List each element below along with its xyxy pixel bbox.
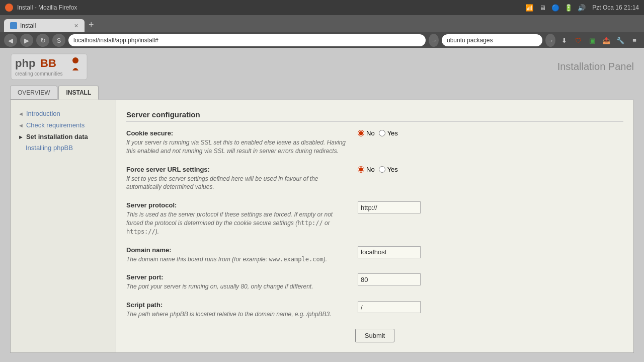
form-row-domain-name: Domain name: The domain name this board … bbox=[126, 246, 623, 264]
cookie-secure-label: Cookie secure: bbox=[126, 129, 348, 137]
server-protocol-label: Server protocol: bbox=[126, 201, 348, 209]
server-port-label: Server port: bbox=[126, 273, 348, 281]
server-protocol-control bbox=[358, 201, 623, 213]
domain-name-label-col: Domain name: The domain name this board … bbox=[126, 246, 358, 264]
tab-bar: Install ✕ + bbox=[0, 15, 644, 32]
svg-text:BB: BB bbox=[40, 57, 56, 69]
wifi-icon: 📶 bbox=[524, 2, 535, 13]
force-url-yes-label: Yes bbox=[387, 166, 398, 173]
search-box[interactable] bbox=[442, 34, 542, 46]
extension-icon[interactable]: ▣ bbox=[587, 35, 598, 46]
set-installation-label: Set installation data bbox=[26, 133, 88, 140]
script-path-label-col: Script path: The path where phpBB is loc… bbox=[126, 301, 358, 319]
shield-icon[interactable]: 🛡 bbox=[573, 35, 584, 46]
submit-row: Submit bbox=[126, 329, 623, 342]
installation-panel-title: Installation Panel bbox=[557, 61, 634, 73]
force-url-label: Force server URL settings: bbox=[126, 166, 348, 173]
back-button[interactable]: ◀ bbox=[4, 34, 17, 47]
go-button[interactable]: → bbox=[429, 34, 439, 47]
form-row-cookie-secure: Cookie secure: If your server is running… bbox=[126, 129, 623, 156]
script-path-input[interactable] bbox=[358, 301, 421, 313]
forward-button[interactable]: ▶ bbox=[20, 34, 33, 47]
tab-overview[interactable]: OVERVIEW bbox=[10, 86, 57, 100]
tab-close-button[interactable]: ✕ bbox=[74, 23, 78, 29]
main-container: ◄ Introduction ◄ Check requirements ► Se… bbox=[10, 100, 634, 353]
submit-button[interactable]: Submit bbox=[355, 329, 394, 342]
search-go-button[interactable]: → bbox=[545, 34, 555, 47]
sidebar: ◄ Introduction ◄ Check requirements ► Se… bbox=[11, 100, 116, 352]
force-url-no-option[interactable]: No bbox=[358, 166, 375, 173]
script-path-label: Script path: bbox=[126, 301, 348, 309]
cookie-secure-radio-group: No Yes bbox=[358, 129, 398, 137]
svg-text:php: php bbox=[15, 57, 35, 69]
domain-name-control bbox=[358, 246, 623, 258]
sidebar-item-installing-phpbb[interactable]: Installing phpBB bbox=[16, 142, 111, 153]
force-url-radio-group: No Yes bbox=[358, 166, 398, 173]
cookie-secure-label-col: Cookie secure: If your server is running… bbox=[126, 129, 358, 156]
home-button[interactable]: S bbox=[52, 34, 65, 47]
cookie-secure-no-radio[interactable] bbox=[358, 130, 364, 136]
svg-point-4 bbox=[72, 57, 78, 63]
check-requirements-link[interactable]: Check requirements bbox=[26, 121, 85, 129]
force-url-control: No Yes bbox=[358, 166, 623, 173]
tab-label: Install bbox=[20, 22, 36, 29]
form-row-server-protocol: Server protocol: This is used as the ser… bbox=[126, 201, 623, 236]
installing-phpbb-link[interactable]: Installing phpBB bbox=[26, 144, 73, 152]
force-url-label-col: Force server URL settings: If set to yes… bbox=[126, 166, 358, 192]
cookie-secure-desc: If your server is running via SSL set th… bbox=[126, 138, 348, 156]
tab-favicon bbox=[10, 22, 17, 29]
arrow-icon-3: ► bbox=[18, 134, 24, 140]
speaker-icon: 🔊 bbox=[576, 2, 587, 13]
arrow-icon-2: ◄ bbox=[18, 122, 24, 128]
domain-name-desc: The domain name this board runs from (fo… bbox=[126, 255, 348, 264]
address-input[interactable] bbox=[68, 34, 426, 46]
new-tab-button[interactable]: + bbox=[85, 20, 98, 30]
cookie-secure-no-label: No bbox=[366, 129, 375, 137]
cookie-secure-yes-option[interactable]: Yes bbox=[379, 129, 398, 137]
tabs-row: OVERVIEW INSTALL bbox=[0, 86, 644, 100]
force-url-no-label: No bbox=[366, 166, 375, 173]
server-protocol-desc: This is used as the server protocol if t… bbox=[126, 210, 348, 236]
server-protocol-label-col: Server protocol: This is used as the ser… bbox=[126, 201, 358, 236]
force-url-no-radio[interactable] bbox=[358, 166, 364, 173]
server-port-input[interactable] bbox=[358, 273, 421, 285]
share-icon[interactable]: 📤 bbox=[601, 35, 612, 46]
browser-chrome: Install - Mozilla Firefox 📶 🖥 🔵 🔋 🔊 Pzt … bbox=[0, 0, 644, 48]
domain-name-input[interactable] bbox=[358, 246, 421, 258]
active-tab[interactable]: Install ✕ bbox=[4, 19, 85, 32]
browser-title: Install - Mozilla Firefox bbox=[17, 4, 77, 11]
cookie-secure-no-option[interactable]: No bbox=[358, 129, 375, 137]
server-port-desc: The port your server is running on, usua… bbox=[126, 282, 348, 291]
script-path-control bbox=[358, 301, 623, 313]
clock: Pzt Oca 16 21:14 bbox=[592, 4, 639, 11]
refresh-button[interactable]: ↻ bbox=[36, 34, 49, 47]
form-row-force-server-url: Force server URL settings: If set to yes… bbox=[126, 166, 623, 192]
form-row-server-port: Server port: The port your server is run… bbox=[126, 273, 623, 291]
tools-icon[interactable]: 🔧 bbox=[615, 35, 626, 46]
force-url-yes-option[interactable]: Yes bbox=[379, 166, 398, 173]
download-icon[interactable]: ⬇ bbox=[558, 35, 570, 46]
server-port-label-col: Server port: The port your server is run… bbox=[126, 273, 358, 291]
section-title: Server configuration bbox=[126, 110, 623, 122]
introduction-link[interactable]: Introduction bbox=[26, 110, 60, 117]
browser-favicon bbox=[5, 4, 13, 12]
force-url-yes-radio[interactable] bbox=[379, 166, 385, 173]
address-bar-row: ◀ ▶ ↻ S → → ⬇ 🛡 ▣ 📤 🔧 ≡ bbox=[0, 32, 644, 48]
sidebar-item-set-installation[interactable]: ► Set installation data bbox=[16, 131, 111, 142]
bluetooth-icon: 🔵 bbox=[550, 2, 561, 13]
server-port-control bbox=[358, 273, 623, 285]
force-url-desc: If set to yes the server settings define… bbox=[126, 175, 348, 192]
cookie-secure-yes-radio[interactable] bbox=[379, 130, 385, 136]
arrow-icon: ◄ bbox=[18, 111, 24, 117]
phpbb-logo: php BB creating communities bbox=[10, 53, 88, 81]
server-protocol-input[interactable] bbox=[358, 201, 421, 213]
cookie-secure-yes-label: Yes bbox=[387, 129, 398, 137]
svg-text:creating communities: creating communities bbox=[15, 71, 62, 77]
sidebar-item-introduction[interactable]: ◄ Introduction bbox=[16, 108, 111, 119]
form-row-script-path: Script path: The path where phpBB is loc… bbox=[126, 301, 623, 319]
menu-icon[interactable]: ≡ bbox=[629, 35, 640, 46]
system-icon: 🖥 bbox=[537, 2, 548, 13]
sidebar-item-check-requirements[interactable]: ◄ Check requirements bbox=[16, 119, 111, 131]
tab-install[interactable]: INSTALL bbox=[58, 86, 99, 100]
page-wrapper: php BB creating communities Installation… bbox=[0, 48, 644, 362]
